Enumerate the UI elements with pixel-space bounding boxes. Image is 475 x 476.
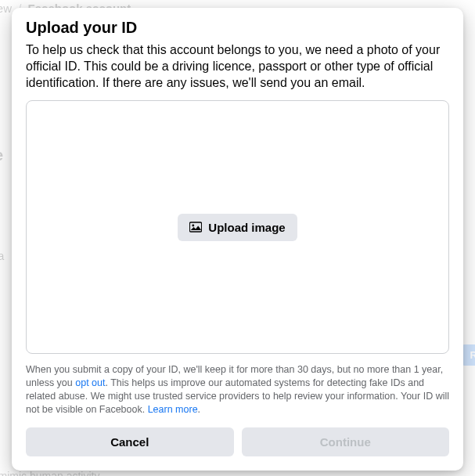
opt-out-link[interactable]: opt out [75, 377, 105, 388]
svg-rect-0 [190, 222, 202, 232]
svg-point-1 [193, 225, 195, 227]
disclaimer-text: When you submit a copy of your ID, we'll… [26, 363, 449, 416]
modal-button-row: Cancel Continue [26, 427, 449, 456]
learn-more-link[interactable]: Learn more [148, 404, 198, 415]
upload-image-button[interactable]: Upload image [178, 214, 297, 241]
modal-title: Upload your ID [26, 19, 449, 37]
upload-image-label: Upload image [208, 221, 285, 234]
cancel-button[interactable]: Cancel [26, 427, 234, 456]
image-icon [189, 222, 202, 233]
modal-description: To help us check that this account belon… [26, 41, 449, 91]
continue-button[interactable]: Continue [242, 427, 450, 456]
upload-dropzone[interactable]: Upload image [26, 100, 449, 354]
upload-id-modal: Upload your ID To help us check that thi… [12, 8, 463, 471]
